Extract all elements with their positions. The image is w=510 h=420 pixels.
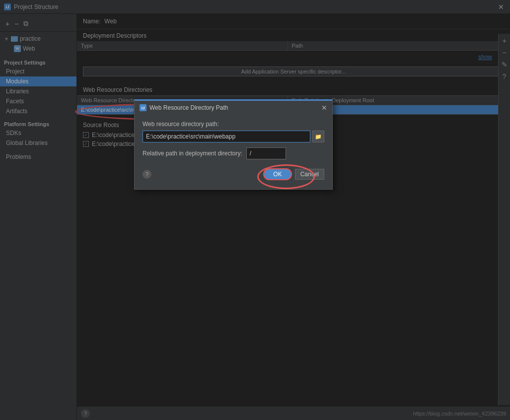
relative-label: Relative path in deployment directory:	[143, 150, 242, 157]
path-input-row: 📁	[143, 131, 324, 142]
path-label: Web resource directory path:	[143, 121, 324, 128]
dialog-title: Web Resource Directory Path	[149, 104, 228, 111]
dialog-overlay: IJ Web Resource Directory Path ✕ Web res…	[0, 0, 510, 420]
web-resource-dialog: IJ Web Resource Directory Path ✕ Web res…	[134, 99, 333, 190]
dialog-close-button[interactable]: ✕	[321, 104, 327, 112]
relative-input[interactable]	[246, 147, 286, 159]
dialog-buttons: ? OK Cancel	[143, 165, 324, 183]
relative-path-row: Relative path in deployment directory:	[143, 147, 324, 159]
dialog-icon: IJ	[140, 104, 146, 111]
dialog-title-left: IJ Web Resource Directory Path	[140, 104, 228, 111]
path-input[interactable]	[143, 131, 310, 142]
ok-circle-annotation: OK	[263, 168, 291, 180]
dialog-body: Web resource directory path: 📁 Relative …	[135, 115, 332, 189]
ok-button[interactable]: OK	[263, 168, 291, 180]
dialog-help-button[interactable]: ?	[143, 170, 151, 179]
dialog-titlebar: IJ Web Resource Directory Path ✕	[135, 101, 332, 115]
cancel-button[interactable]: Cancel	[295, 169, 324, 180]
browse-button[interactable]: 📁	[312, 131, 324, 142]
